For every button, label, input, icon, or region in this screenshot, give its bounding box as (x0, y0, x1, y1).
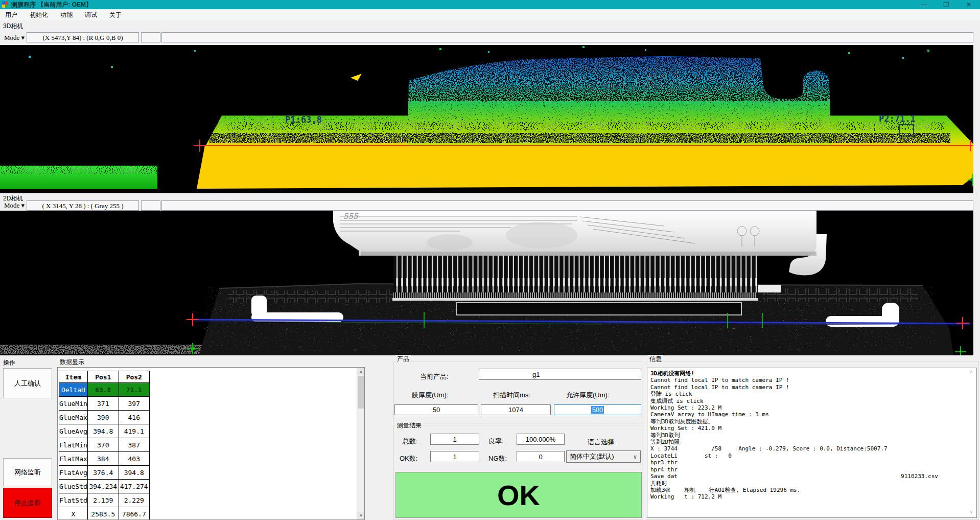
scan-time-field[interactable]: 1074 (481, 404, 551, 415)
ok-count-label: OK数: (400, 454, 417, 463)
table-row: GlueMin 371 397 (59, 397, 150, 411)
chevron-down-icon: ▾ (21, 34, 25, 41)
camera-3d-image[interactable]: P1:63.8 P2:71.1 (0, 45, 973, 193)
menu-function[interactable]: 功能 (60, 11, 73, 19)
menu-about[interactable]: 关于 (109, 11, 122, 19)
status-cell (141, 32, 160, 42)
status-cell (141, 200, 160, 211)
menu-debug[interactable]: 调试 (85, 11, 97, 19)
log-line: Working t : 712.2 M (650, 493, 976, 500)
ok-count-field[interactable]: 1 (430, 451, 479, 462)
table-row-deltah: DeltaH 63.8 71.1 (59, 383, 150, 397)
film-thickness-label: 膜厚度(Um): (412, 391, 449, 400)
current-product-field[interactable]: g1 (479, 369, 641, 380)
log-line: 等到3D取到 (650, 432, 976, 439)
log-line: 等到2D拍照 (650, 439, 976, 445)
col-item[interactable]: Item (59, 371, 88, 383)
app-icon (2, 2, 8, 8)
pixel-status-3d: (X 5473,Y 84) : (R 0,G 0,B 0) (27, 32, 139, 42)
mode-dropdown-2d[interactable]: Mode ▾ (4, 201, 25, 210)
log-line: Cannot find local IP to match camera IP … (650, 377, 976, 383)
menu-user[interactable]: 用户 (5, 11, 17, 19)
log-line: 集成调试 is click (650, 398, 976, 404)
p2-measurement-label: P2:71.1 (879, 114, 916, 124)
window-title: 测膜程序 【当前用户: OEM】 (11, 1, 92, 9)
bright-tab (758, 285, 781, 292)
language-label: 语言选择 (588, 438, 614, 447)
status-cell (161, 32, 973, 42)
table-row: GlueStd 394.234 417.274 (59, 480, 150, 493)
selected-text: 500 (591, 406, 604, 414)
log-line: 加载3张 相机 行AOI检查, Elapsed 19296 ms. (650, 487, 976, 493)
log-line: 3D相机没有网络! (650, 370, 976, 377)
scribble-marks: 555 (343, 212, 359, 221)
table-row: FlatStd 2.139 2.229 (59, 493, 150, 507)
scrollbar-thumb[interactable] (358, 376, 364, 409)
minimize-button[interactable]: — (913, 0, 935, 9)
p1-measurement-label: P1:63.8 (285, 115, 322, 125)
log-line: hpr3 thr (650, 459, 976, 466)
log-area[interactable]: 3D相机没有网络! Cannot find local IP to match … (647, 368, 977, 518)
log-line: hpr4 thr (650, 466, 976, 473)
close-button[interactable]: ✕ (958, 0, 980, 9)
chevron-down-icon: ▾ (21, 201, 25, 209)
connector-slot (456, 303, 741, 315)
scroll-up-icon[interactable]: ▲ (357, 368, 365, 375)
scroll-down-icon[interactable]: ▼ (357, 512, 365, 519)
data-display-panel: Item Pos1 Pos2 DeltaH 63.8 71.1 GlueMin … (57, 367, 365, 520)
log-scroll-down-icon[interactable]: ˅ (970, 509, 973, 515)
results-group-label: 测量结果 (395, 421, 423, 430)
log-line: Cannot find local IP to match camera IP … (650, 384, 976, 391)
camera-2d-mode-bar: Mode ▾ ( X 3145, Y 28 ) : ( Gray 255 ) (0, 201, 980, 211)
table-scrollbar[interactable]: ▲ ▼ (357, 368, 365, 519)
info-group-label: 信息 (648, 355, 663, 364)
col-pos2[interactable]: Pos2 (119, 371, 149, 383)
menu-init[interactable]: 初始化 (30, 11, 48, 19)
stop-listen-button[interactable]: 停止监听 (3, 488, 52, 518)
ng-count-field[interactable]: 0 (517, 451, 565, 462)
col-pos1[interactable]: Pos1 (87, 371, 119, 383)
camera-3d-label: 3D相机 (3, 22, 23, 31)
log-line: Working Set : 421.0 M (650, 425, 976, 432)
table-row: FlatAvg 376.4 394.8 (59, 466, 150, 480)
scan-time-label: 扫描时间ms: (493, 391, 530, 400)
log-line: Save dat 9110233.csv (650, 473, 976, 480)
table-row: GlueMax 390 416 (59, 411, 150, 424)
film-thickness-field[interactable]: 50 (394, 404, 478, 415)
height-slab (197, 145, 973, 189)
status-cell (161, 200, 973, 211)
product-group-label: 产品 (395, 355, 411, 364)
title-bar[interactable]: 测膜程序 【当前用户: OEM】 — ❐ ✕ (0, 0, 980, 9)
pixel-status-2d: ( X 3145, Y 28 ) : ( Gray 255 ) (27, 200, 139, 211)
manual-confirm-button[interactable]: 人工确认 (3, 368, 52, 398)
log-line: 登陆 is click (650, 391, 976, 397)
language-select[interactable]: 简体中文(默认) ∨ (566, 450, 641, 463)
table-row: FlatMin 370 387 (59, 438, 150, 452)
log-line: LocateLi st : 0 (650, 453, 976, 459)
yield-field[interactable]: 100.000% (517, 434, 565, 445)
camera-2d-image[interactable]: 555 (0, 211, 973, 355)
operations-label: 操作 (3, 358, 15, 367)
menu-bar: 用户 初始化 功能 调试 关于 (0, 9, 980, 20)
network-listen-button[interactable]: 网络监听 (3, 458, 52, 486)
log-line: CameraV array to HImage time : 3 ms (650, 411, 976, 418)
allow-thickness-label: 允许厚度(Um): (566, 391, 610, 400)
allow-thickness-field[interactable]: 500 (554, 404, 641, 415)
mode-dropdown-3d[interactable]: Mode ▾ (4, 34, 25, 42)
table-row: FlatMax 384 403 (59, 452, 150, 466)
connector-pins (393, 256, 757, 293)
restore-button[interactable]: ❐ (935, 0, 958, 9)
total-field[interactable]: 1 (430, 434, 479, 445)
log-line: X : 3744 /58 Angle : -0.279, Score : 0.0… (650, 445, 976, 452)
select-chevron-icon: ∨ (633, 454, 637, 460)
log-scroll-up-icon[interactable]: ˄ (970, 369, 973, 375)
application-window: 测膜程序 【当前用户: OEM】 — ❐ ✕ 用户 初始化 功能 调试 关于 3… (0, 0, 980, 520)
current-product-label: 当前产品: (420, 372, 449, 381)
log-line: 共耗时 (650, 480, 976, 487)
table-row: GlueAvg 394.8 419.1 (59, 424, 150, 438)
status-result-box: OK (395, 472, 642, 518)
total-label: 总数: (403, 437, 418, 446)
yield-label: 良率: (488, 437, 504, 446)
status-result-text: OK (497, 479, 540, 512)
log-line: 等到3D取到灰度图数据。 (650, 418, 976, 425)
